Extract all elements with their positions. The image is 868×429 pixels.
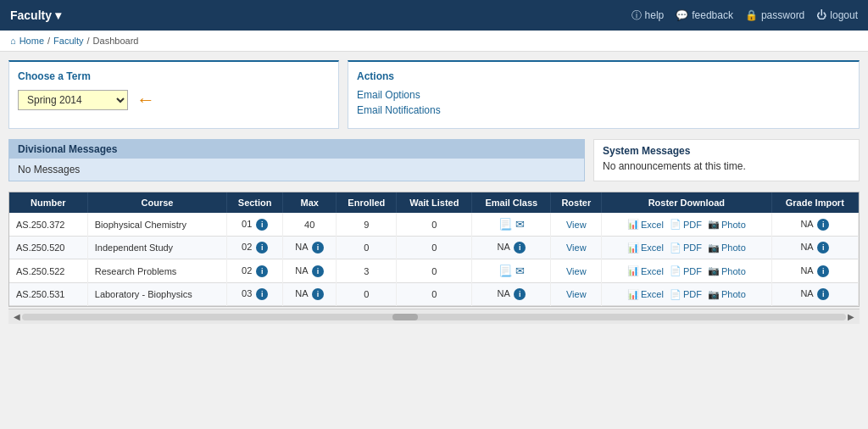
lock-icon: 🔒 bbox=[745, 9, 758, 21]
cell-course: Biophysical Chemistry bbox=[87, 213, 227, 237]
help-link[interactable]: ⓘ help bbox=[632, 8, 665, 23]
roster-view-link[interactable]: View bbox=[566, 220, 587, 230]
feedback-label: feedback bbox=[692, 9, 733, 21]
password-link[interactable]: 🔒 password bbox=[745, 9, 804, 21]
cell-wait-listed: 0 bbox=[397, 213, 472, 237]
section-info-icon[interactable]: i bbox=[256, 242, 268, 254]
term-panel: Choose a Term Spring 2014 ← bbox=[8, 60, 339, 129]
scroll-left-arrow[interactable]: ◀ bbox=[12, 312, 22, 321]
scroll-right-arrow[interactable]: ▶ bbox=[846, 312, 856, 321]
breadcrumb: ⌂ Home / Faculty / Dashboard bbox=[0, 31, 868, 52]
horizontal-scrollbar[interactable]: ◀ ▶ bbox=[8, 309, 860, 324]
section-info-icon[interactable]: i bbox=[256, 265, 268, 277]
roster-view-link[interactable]: View bbox=[566, 242, 587, 253]
cell-number: AS.250.531 bbox=[9, 283, 87, 306]
cell-roster-download: 📊 Excel 📄 PDF 📷 Photo bbox=[602, 213, 771, 237]
excel-download-link[interactable]: 📊 Excel bbox=[627, 219, 664, 230]
cell-max: NA i bbox=[283, 283, 337, 306]
email-options-link[interactable]: Email Options bbox=[357, 89, 850, 101]
breadcrumb-home[interactable]: Home bbox=[19, 36, 44, 46]
email-class-na: NA i bbox=[497, 288, 526, 298]
grade-import-info-icon[interactable]: i bbox=[817, 219, 829, 231]
max-info-icon[interactable]: i bbox=[312, 288, 324, 300]
cell-roster-download: 📊 Excel 📄 PDF 📷 Photo bbox=[602, 237, 771, 259]
col-wait-listed: Wait Listed bbox=[397, 192, 472, 213]
photo-download-link[interactable]: 📷 Photo bbox=[708, 242, 746, 254]
table-row: AS.250.522Research Problems02 iNA i30📃✉V… bbox=[9, 259, 859, 283]
cell-grade-import: NA i bbox=[771, 283, 858, 306]
pdf-download-link[interactable]: 📄 PDF bbox=[670, 219, 702, 230]
pdf-download-link[interactable]: 📄 PDF bbox=[670, 265, 702, 276]
system-messages-title: System Messages bbox=[603, 145, 850, 157]
excel-download-link[interactable]: 📊 Excel bbox=[627, 265, 664, 276]
email-class-icon[interactable]: ✉ bbox=[515, 218, 525, 231]
cell-wait-listed: 0 bbox=[397, 259, 472, 283]
topbar-right: ⓘ help 💬 feedback 🔒 password ⏻ logout bbox=[632, 8, 858, 23]
term-select[interactable]: Spring 2014 bbox=[18, 90, 128, 110]
section-info-icon[interactable]: i bbox=[256, 219, 268, 231]
col-roster: Roster bbox=[551, 192, 602, 213]
cell-number: AS.250.522 bbox=[9, 259, 87, 283]
faculty-menu[interactable]: Faculty ▾ bbox=[10, 8, 61, 22]
breadcrumb-faculty[interactable]: Faculty bbox=[53, 36, 83, 46]
feedback-icon: 💬 bbox=[676, 9, 688, 21]
cell-grade-import: NA i bbox=[771, 213, 858, 237]
col-course: Course bbox=[87, 192, 227, 213]
col-number: Number bbox=[9, 192, 87, 213]
col-roster-download: Roster Download bbox=[602, 192, 771, 213]
cell-email-class: NA i bbox=[472, 283, 551, 306]
email-na-info-icon[interactable]: i bbox=[514, 242, 526, 254]
roster-view-link[interactable]: View bbox=[566, 266, 587, 276]
section-info-icon[interactable]: i bbox=[256, 288, 268, 300]
top-panels: Choose a Term Spring 2014 ← Actions Emai… bbox=[8, 60, 860, 129]
photo-icon: 📷 bbox=[708, 289, 720, 300]
logout-icon: ⏻ bbox=[816, 9, 826, 21]
cell-section: 03 i bbox=[227, 283, 283, 306]
col-enrolled: Enrolled bbox=[337, 192, 397, 213]
cell-roster: View bbox=[551, 237, 602, 259]
cell-roster: View bbox=[551, 213, 602, 237]
messages-row: Divisional Messages No Messages System M… bbox=[8, 139, 860, 181]
cell-number: AS.250.520 bbox=[9, 237, 87, 259]
pdf-download-link[interactable]: 📄 PDF bbox=[670, 289, 702, 300]
courses-table-body: AS.250.372Biophysical Chemistry01 i4090📃… bbox=[9, 213, 859, 306]
cell-enrolled: 9 bbox=[337, 213, 397, 237]
max-info-icon[interactable]: i bbox=[312, 265, 324, 277]
cell-wait-listed: 0 bbox=[397, 283, 472, 306]
faculty-menu-arrow: ▾ bbox=[55, 8, 61, 22]
excel-download-link[interactable]: 📊 Excel bbox=[627, 242, 664, 254]
email-notifications-link[interactable]: Email Notifications bbox=[357, 104, 850, 116]
excel-download-link[interactable]: 📊 Excel bbox=[627, 289, 664, 300]
photo-icon: 📷 bbox=[708, 265, 720, 276]
cell-section: 01 i bbox=[227, 213, 283, 237]
email-na-info-icon[interactable]: i bbox=[514, 288, 526, 300]
photo-download-link[interactable]: 📷 Photo bbox=[708, 289, 746, 300]
roster-view-link[interactable]: View bbox=[566, 289, 587, 299]
scroll-track[interactable] bbox=[22, 314, 846, 320]
system-messages-panel: System Messages No announcements at this… bbox=[593, 139, 860, 181]
cell-wait-listed: 0 bbox=[397, 237, 472, 259]
photo-download-link[interactable]: 📷 Photo bbox=[708, 265, 746, 276]
col-grade-import: Grade Import bbox=[771, 192, 858, 213]
feedback-link[interactable]: 💬 feedback bbox=[676, 9, 733, 21]
cell-email-class: NA i bbox=[472, 237, 551, 259]
grade-import-info-icon[interactable]: i bbox=[817, 265, 829, 277]
grade-import-info-icon[interactable]: i bbox=[817, 242, 829, 254]
help-icon: ⓘ bbox=[632, 8, 642, 23]
photo-download-link[interactable]: 📷 Photo bbox=[708, 219, 746, 230]
actions-panel: Actions Email Options Email Notification… bbox=[348, 60, 860, 129]
courses-table: Number Course Section Max Enrolled Wait … bbox=[9, 192, 859, 306]
email-class-icon[interactable]: ✉ bbox=[515, 265, 525, 277]
max-info-icon[interactable]: i bbox=[312, 242, 324, 254]
roster-list-icon[interactable]: 📃 bbox=[498, 218, 512, 231]
cell-section: 02 i bbox=[227, 237, 283, 259]
scroll-thumb[interactable] bbox=[392, 314, 418, 320]
cell-max: NA i bbox=[283, 237, 337, 259]
col-email-class: Email Class bbox=[472, 192, 551, 213]
roster-list-icon[interactable]: 📃 bbox=[498, 265, 512, 277]
grade-import-info-icon[interactable]: i bbox=[817, 288, 829, 300]
cell-course: Research Problems bbox=[87, 259, 227, 283]
actions-panel-title: Actions bbox=[357, 70, 850, 82]
pdf-download-link[interactable]: 📄 PDF bbox=[670, 242, 702, 254]
logout-link[interactable]: ⏻ logout bbox=[816, 9, 858, 21]
